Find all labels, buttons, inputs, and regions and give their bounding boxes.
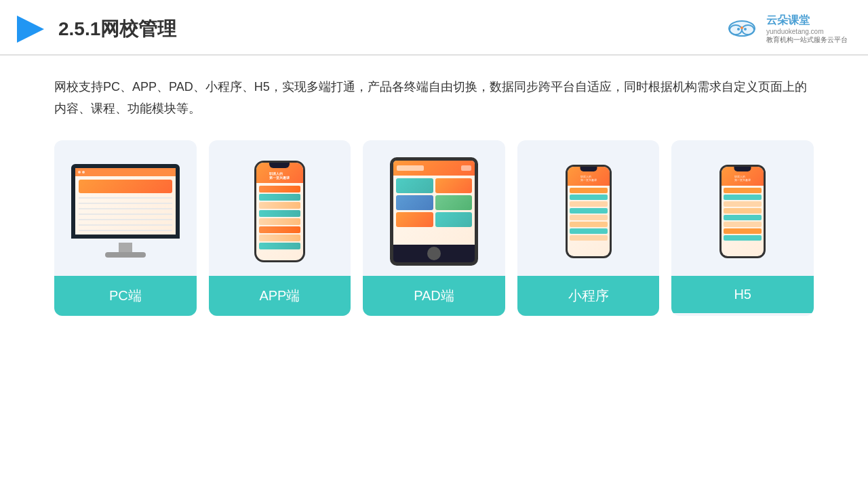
main-content: 网校支持PC、APP、PAD、小程序、H5，实现多端打通，产品各终端自由切换，数… [0,56,868,329]
description-text: 网校支持PC、APP、PAD、小程序、H5，实现多端打通，产品各终端自由切换，数… [54,76,814,120]
monitor-base [105,252,146,258]
svg-marker-0 [17,16,44,43]
svg-point-7 [737,28,740,30]
card-app: 职涯人的第一堂兴趣课 APP端 [209,140,351,316]
logo-brand-name: 云朵课堂 [766,14,810,28]
h5-row-2 [724,195,762,200]
phone-screen-content [256,183,303,252]
mini-row-4 [570,208,608,214]
h5-row-5 [724,215,762,220]
logo-cloud-icon [724,14,761,45]
monitor-dot [82,171,85,174]
phone-screen: 职涯人的第一堂兴趣课 [256,163,303,260]
h5-row-1 [724,188,762,193]
card-pad-label: PAD端 [363,276,505,316]
tablet-block-4 [435,195,473,210]
card-miniprogram-image: 职涯人的第一堂兴趣课 [517,140,660,276]
h5-row-8 [724,235,762,241]
phone-mini-notch [580,167,597,171]
page-title: 2.5.1网校管理 [58,16,176,42]
logo-text: 云朵课堂 yunduoketang.com 教育机构一站式服务云平台 [766,14,848,45]
phone-app-mockup: 职涯人的第一堂兴趣课 [254,161,305,262]
phone-row-5 [259,218,300,225]
phone-h5-notch [734,167,751,171]
mini-row-1 [570,188,608,193]
mini-row-7 [570,228,608,234]
phone-mini-mockup: 职涯人的第一堂兴趣课 [566,165,612,258]
monitor-dot [78,171,81,174]
svg-point-8 [741,26,743,29]
tablet-block-2 [435,178,473,193]
logo-url: yunduoketang.com [766,28,824,35]
h5-row-7 [724,228,762,234]
tablet-content [393,176,475,230]
phone-row-4 [259,210,300,217]
tablet-topbar [393,161,475,176]
card-pc-image [54,140,197,276]
play-icon [14,12,47,46]
mini-row-3 [570,201,608,207]
card-pad-image [363,140,505,276]
tablet-bar-text [397,165,424,171]
card-miniprogram-label: 小程序 [517,276,660,316]
header-left: 2.5.1网校管理 [14,12,176,46]
monitor-content-area [75,176,176,235]
phone-h5-screen: 职涯人的第一堂兴趣课 [722,167,764,256]
monitor-screen [71,164,180,239]
mini-row-5 [570,215,608,220]
phone-row-2 [259,194,300,201]
h5-row-4 [724,208,762,214]
svg-point-9 [744,28,747,30]
card-pc-label: PC端 [54,276,197,316]
h5-row-3 [724,201,762,207]
tablet-block-3 [396,195,433,210]
monitor-inner [75,168,176,235]
tablet-block-1 [396,178,433,193]
tablet-home-button [427,247,441,260]
logo-area: 云朵课堂 yunduoketang.com 教育机构一站式服务云平台 [724,14,848,45]
card-pad: PAD端 [363,140,505,316]
mini-row-6 [570,222,608,227]
card-app-image: 职涯人的第一堂兴趣课 [209,140,351,276]
card-h5-label: H5 [671,276,814,313]
tablet-block-5 [396,212,433,227]
phone-row-1 [259,186,300,192]
tablet-bar-icon [461,165,471,171]
card-pc: PC端 [54,140,197,316]
phone-row-8 [259,243,300,249]
mini-row-2 [570,195,608,200]
phone-h5-mockup: 职涯人的第一堂兴趣课 [719,165,766,258]
h5-row-6 [724,222,762,227]
card-h5: 职涯人的第一堂兴趣课 H5 [671,140,814,316]
phone-row-6 [259,226,300,233]
logo-slogan: 教育机构一站式服务云平台 [766,35,848,45]
pc-monitor-mockup [68,164,183,259]
tablet-mockup [390,157,478,266]
device-cards-row: PC端 职涯人的第一堂兴趣课 [54,140,814,316]
tablet-block-6 [435,212,473,227]
phone-mini-screen: 职涯人的第一堂兴趣课 [568,167,610,256]
phone-row-3 [259,202,300,209]
phone-row-7 [259,235,300,241]
card-miniprogram: 职涯人的第一堂兴趣课 小程序 [517,140,660,316]
card-app-label: APP端 [209,276,351,316]
phone-mini-content [568,186,610,243]
mini-row-8 [570,235,608,241]
card-h5-image: 职涯人的第一堂兴趣课 [671,140,814,276]
phone-h5-content [722,186,764,243]
page-header: 2.5.1网校管理 云朵课堂 yunduoketang.com 教育机构一站式服… [0,0,868,56]
monitor-stand [119,243,132,252]
phone-notch [269,163,290,168]
tablet-screen [393,161,475,245]
monitor-topbar [75,168,176,176]
